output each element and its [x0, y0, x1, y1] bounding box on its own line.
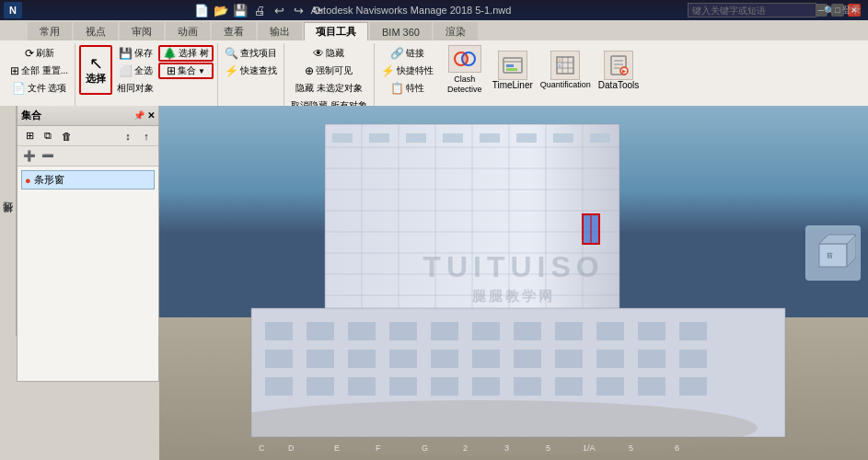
- datatools-button[interactable]: ▶ DataTools: [596, 45, 642, 95]
- svg-text:C: C: [259, 443, 265, 453]
- print-btn[interactable]: 🖨: [251, 2, 268, 18]
- svg-rect-43: [406, 133, 426, 143]
- tab-review[interactable]: 审阅: [120, 22, 164, 40]
- sets-toolbar-1: ⊞ ⧉ 🗑 ↕ ↑: [17, 126, 158, 146]
- force-visible-button[interactable]: ⊕ 强制可见: [288, 63, 370, 79]
- all-select-button[interactable]: ⬜ 全选: [114, 63, 156, 79]
- timeliner-button[interactable]: TimeLiner: [490, 45, 536, 95]
- select-button[interactable]: ↖ 选择: [79, 45, 112, 95]
- svg-rect-69: [596, 350, 624, 368]
- login-btn[interactable]: 登录: [842, 4, 861, 17]
- sets-panel: 集合 📌 ✕ ⊞ ⧉ 🗑 ↕ ↑ ➕ ➖ ● 条形窗: [17, 106, 159, 382]
- open-btn[interactable]: 📂: [213, 2, 229, 18]
- svg-text:2: 2: [559, 58, 561, 63]
- properties-label: 特性: [406, 82, 424, 95]
- sets-remove-sel-btn[interactable]: ➖: [40, 148, 56, 165]
- app-logo[interactable]: N: [4, 2, 22, 18]
- svg-rect-77: [472, 377, 500, 396]
- timeliner-label: TimeLiner: [492, 80, 533, 90]
- quick-props-icon: ⚡: [381, 65, 395, 76]
- file-options-button[interactable]: 📄 文件 选项: [7, 80, 71, 97]
- tab-render[interactable]: 渲染: [434, 22, 478, 40]
- svg-text:E: E: [334, 443, 340, 453]
- sets-sort-btn[interactable]: ↕: [120, 128, 136, 144]
- tab-project-tools[interactable]: 项目工具: [304, 22, 368, 40]
- svg-rect-54: [431, 322, 458, 340]
- sets-delete-btn[interactable]: 🗑: [58, 128, 75, 144]
- svg-rect-82: [679, 377, 707, 396]
- sets-up-btn[interactable]: ↑: [138, 128, 155, 144]
- svg-text:前: 前: [827, 252, 833, 259]
- sets-pin-icon[interactable]: 📌: [133, 110, 145, 121]
- quick-props-label: 快捷特性: [397, 64, 434, 77]
- clash-detective-button[interactable]: ClashDetective: [442, 45, 488, 95]
- similar-button[interactable]: 相同对象: [114, 80, 156, 97]
- refresh-button[interactable]: ⟳ 刷新: [7, 45, 71, 62]
- svg-rect-41: [332, 133, 353, 143]
- properties-button[interactable]: 📋 特性: [378, 80, 436, 97]
- quantification-button[interactable]: 2 5 Quantification: [538, 45, 594, 95]
- building-svg: C D E F G 2 3 5 1/A 5 6: [159, 106, 868, 460]
- tab-view[interactable]: 查看: [212, 22, 256, 40]
- similar-label: 相同对象: [117, 82, 154, 95]
- select-tree-button[interactable]: 🌲 选择 树: [158, 45, 214, 62]
- set-label: 集合: [178, 64, 196, 77]
- save-label: 保存: [134, 47, 153, 60]
- tree-item-curtain-window[interactable]: ● 条形窗: [21, 170, 155, 190]
- search-input[interactable]: [688, 3, 816, 17]
- sets-new-btn[interactable]: ⊞: [21, 128, 38, 144]
- svg-rect-46: [516, 133, 537, 143]
- svg-text:D: D: [288, 443, 295, 453]
- undo-btn[interactable]: ↩: [271, 2, 287, 18]
- hide-icon: 👁: [313, 48, 324, 59]
- sets-copy-btn[interactable]: ⧉: [40, 128, 56, 144]
- link-button[interactable]: 🔗 链接: [378, 45, 436, 62]
- sets-panel-title: 集合: [21, 109, 41, 122]
- svg-rect-52: [348, 322, 376, 340]
- all-reset-button[interactable]: ⊞ 全部 重置...: [7, 63, 71, 79]
- tab-viewpoint[interactable]: 视点: [74, 22, 118, 40]
- new-btn[interactable]: 📄: [193, 2, 210, 18]
- svg-rect-63: [348, 350, 376, 368]
- sets-add-sel-btn[interactable]: ➕: [21, 148, 38, 165]
- tab-output[interactable]: 输出: [258, 22, 302, 40]
- svg-rect-79: [555, 377, 583, 396]
- tab-common[interactable]: 常用: [28, 22, 72, 40]
- 3d-viewport[interactable]: C D E F G 2 3 5 1/A 5 6 TUITUISO 腿腿教学网 前: [159, 106, 868, 460]
- svg-rect-72: [265, 377, 293, 396]
- all-icon: ⬜: [119, 65, 133, 76]
- sets-tree: ● 条形窗: [17, 167, 158, 193]
- sets-panel-header: 集合 📌 ✕: [17, 106, 158, 126]
- find-icon: 🔍: [225, 48, 238, 59]
- save-btn[interactable]: 💾: [232, 2, 249, 18]
- svg-rect-76: [431, 377, 458, 396]
- quick-properties-button[interactable]: ⚡ 快捷特性: [378, 63, 436, 79]
- tree-icon: 🌲: [163, 48, 177, 59]
- set-button[interactable]: ⊞ 集合 ▼: [158, 63, 214, 79]
- save-button[interactable]: 💾 保存: [114, 45, 156, 62]
- svg-text:3: 3: [504, 443, 509, 453]
- select-icon: ↖: [89, 55, 103, 72]
- set-icon: ⊞: [167, 65, 176, 76]
- sync-btn[interactable]: ⟳: [309, 2, 326, 18]
- hide-button[interactable]: 👁 隐藏: [288, 45, 370, 62]
- tab-bim360[interactable]: BIM 360: [370, 22, 432, 40]
- find-label: 查找项目: [240, 47, 277, 60]
- svg-rect-67: [514, 350, 541, 368]
- svg-rect-68: [555, 350, 583, 368]
- svg-rect-42: [369, 133, 389, 143]
- quick-find-button[interactable]: ⚡ 快速查找: [222, 63, 280, 79]
- svg-rect-50: [265, 322, 293, 340]
- svg-rect-60: [679, 322, 707, 340]
- tab-animation[interactable]: 动画: [166, 22, 210, 40]
- redo-btn[interactable]: ↪: [290, 2, 307, 18]
- find-items-button[interactable]: 🔍 查找项目: [222, 45, 280, 62]
- svg-rect-47: [553, 133, 573, 143]
- nav-cube[interactable]: 前: [805, 225, 861, 281]
- sets-close-icon[interactable]: ✕: [147, 110, 155, 121]
- svg-rect-56: [514, 322, 541, 340]
- svg-text:1/A: 1/A: [583, 443, 596, 453]
- link-label: 链接: [406, 47, 424, 60]
- login-area: 🔍 登录: [688, 0, 868, 20]
- hide-unselected-button[interactable]: 隐藏 未选定对象: [288, 80, 370, 97]
